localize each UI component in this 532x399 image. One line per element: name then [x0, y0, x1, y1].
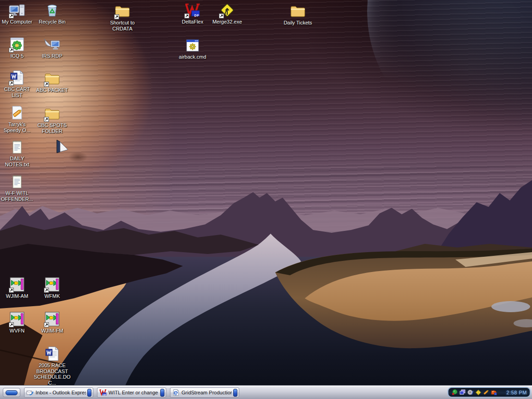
shortcut-arrow-badge: [44, 322, 49, 327]
outlook-express-icon: [26, 389, 34, 396]
folder-icon: [289, 3, 307, 19]
icq-flower-icon: [8, 36, 26, 52]
desktop-icon-label: WJIM-FM: [41, 328, 63, 334]
folder-icon: [114, 3, 131, 19]
status-ball-error-icon[interactable]: [451, 389, 458, 396]
word-document-icon: [43, 345, 61, 362]
desktop-icon-wjim-fm[interactable]: WJIM-FM: [31, 311, 73, 334]
desktop-icon-race-schedule[interactable]: 2005 RACE BROADCAST SCHEDULE.DO C...: [31, 345, 73, 386]
shortcut-arrow-badge: [9, 288, 14, 293]
media-app-icon[interactable]: [490, 389, 497, 396]
notepad-text-icon: [8, 139, 26, 155]
desktop-icon-shortcut-to-crdata[interactable]: Shortcut to CRDATA: [102, 3, 143, 31]
radio-automation-icon: [8, 276, 26, 292]
desktop-icon-label: My Computer: [2, 19, 32, 25]
desktop-icon-abc-packet[interactable]: ABC PACKET: [31, 70, 73, 93]
desktop-icon-wf-witl-offender[interactable]: W-F WITL OFFENDER...: [0, 173, 38, 202]
tray-clock[interactable]: 2:58 PM: [507, 390, 527, 395]
desktop-icon-label: W-F WITL OFFENDER...: [1, 190, 33, 202]
shortcut-arrow-badge: [184, 13, 189, 18]
merge-sign-icon: [218, 2, 236, 18]
desktop-icon-irs-rdp[interactable]: IRS.RDP: [31, 36, 73, 59]
deltaflex-df-text: DF: [102, 393, 107, 396]
taskbar: Inbox - Outlook Express DF WITL Enter or…: [0, 386, 532, 399]
diamond-app-icon[interactable]: [475, 389, 482, 396]
shortcut-arrow-badge: [44, 117, 49, 122]
desktop-icon-label: WVFN: [10, 328, 24, 334]
desktop-icon-label: 2005 RACE BROADCAST SCHEDULE.DO C...: [34, 363, 70, 386]
folder-icon: [43, 70, 61, 86]
desktop-icon-label: DeltaFlex: [182, 19, 203, 25]
task-button-nub: [160, 389, 164, 397]
desktop-icon-label: IRS.RDP: [42, 53, 63, 59]
recycle-bin-icon: [43, 2, 61, 18]
desktop-icon-label: ABC PACKET: [36, 87, 68, 93]
remote-desktop-icon: [43, 36, 61, 52]
desktop-icon-label: DAILY NOTES.txt: [5, 156, 30, 167]
desktop-icon-label: Tarryk's Speedy O...: [4, 121, 30, 133]
desktop-icon-recycle-bin[interactable]: Recycle Bin: [31, 2, 73, 25]
desktop-icon-label: WFMK: [44, 293, 60, 299]
landscape-scene: [0, 0, 532, 399]
word-document-icon: [8, 69, 26, 85]
shortcut-arrow-badge: [9, 13, 14, 18]
taskbar-button-witl[interactable]: DF WITL Enter or change a...: [97, 387, 166, 398]
desktop-icon-airback-cmd[interactable]: airback.cmd: [172, 37, 213, 60]
desktop-icon-label: Shortcut to CRDATA: [110, 20, 134, 31]
deltaflex-df-text: DF: [193, 14, 201, 17]
start-button[interactable]: [3, 388, 20, 397]
volume-icon[interactable]: [467, 389, 474, 396]
computer-icon: [8, 2, 26, 18]
radio-automation-icon: [43, 311, 61, 327]
taskbar-button-outlook-express[interactable]: Inbox - Outlook Express: [24, 387, 93, 398]
radio-automation-icon: [8, 311, 26, 327]
shortcut-arrow-badge: [44, 288, 49, 293]
mouse-cursor: [54, 137, 70, 156]
radio-automation-icon: [43, 276, 61, 292]
desktop-icon-label: CBC SPOTS FOLDER: [37, 122, 67, 134]
taskbar-button-label: WITL Enter or change a...: [109, 390, 159, 395]
taskbar-button-label: GridStream Productions ...: [181, 390, 232, 395]
cmd-script-icon: [184, 37, 201, 53]
taskbar-button-gridstream[interactable]: GridStream Productions ...: [170, 387, 239, 398]
desktop-icon-label: ICQ 5: [11, 53, 24, 59]
desktop-icon-label: CBC CART LIST: [4, 86, 30, 98]
shortcut-arrow-badge: [9, 322, 14, 327]
deltaflex-icon: DF: [184, 2, 201, 18]
display-settings-icon[interactable]: [459, 389, 466, 396]
desktop-icon-daily-notes[interactable]: DAILY NOTES.txt: [0, 139, 38, 167]
desktop-icon-merge32[interactable]: Merge32.exe: [206, 2, 248, 25]
desktop-icon-label: Recycle Bin: [39, 19, 66, 25]
desktop-icon-cbc-spots-folder[interactable]: CBC SPOTS FOLDER: [31, 105, 73, 134]
desktop-icon-daily-tickets[interactable]: Daily Tickets: [277, 3, 319, 26]
desktop-icon-label: airback.cmd: [179, 54, 206, 60]
desktop-icon-label: WJIM-AM: [6, 293, 28, 299]
shortcut-arrow-badge: [114, 14, 119, 19]
taskbar-button-label: Inbox - Outlook Express: [36, 390, 86, 395]
deltaflex-icon: DF: [99, 389, 107, 396]
shortcut-arrow-badge: [9, 48, 14, 53]
start-pill-icon: [6, 390, 18, 395]
shortcut-arrow-badge: [44, 82, 49, 87]
notepad-text-icon: [8, 173, 26, 189]
shortcut-arrow-badge: [219, 13, 224, 18]
task-button-nub: [87, 389, 91, 397]
writing-tool-icon[interactable]: [483, 389, 490, 396]
document-pen-icon: [8, 104, 26, 121]
task-button-nub: [233, 389, 237, 397]
desktop-icon-wfmk[interactable]: WFMK: [31, 276, 73, 299]
desktop-icon-label: Merge32.exe: [212, 19, 242, 25]
cursor-shadow: [68, 151, 88, 163]
gridstream-icon: [172, 389, 180, 396]
wallpaper: [0, 0, 532, 399]
desktop-icon-label: Daily Tickets: [284, 20, 312, 26]
shortcut-arrow-badge: [9, 81, 14, 86]
system-tray: 2:58 PM: [447, 387, 531, 398]
folder-icon: [43, 105, 61, 121]
